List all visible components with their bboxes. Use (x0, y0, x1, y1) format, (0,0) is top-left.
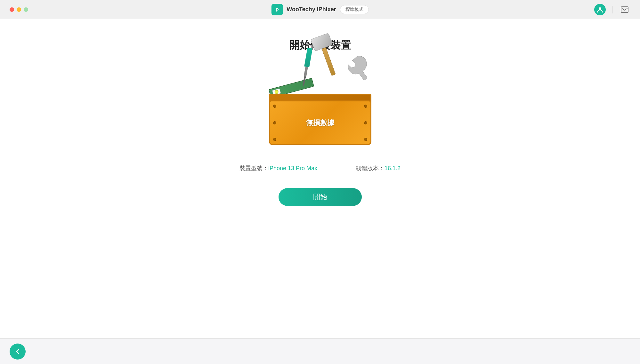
firmware-value: 16.1.2 (385, 165, 401, 171)
screw-tr (364, 105, 367, 108)
wrench-tool (339, 53, 371, 86)
screw-tl (273, 105, 276, 108)
maximize-button[interactable] (24, 7, 28, 12)
device-value: iPhone 13 Pro Max (268, 165, 317, 171)
start-button[interactable]: 開始 (279, 188, 362, 206)
screw-bl (273, 138, 276, 141)
user-icon-button[interactable] (594, 4, 606, 15)
minimize-button[interactable] (17, 7, 21, 12)
device-info-section: 裝置型號：iPhone 13 Pro Max 韌體版本：16.1.2 (239, 164, 401, 172)
screw-br (364, 138, 367, 141)
toolbox-illustration: 無損數據 (256, 68, 384, 145)
titlebar-right (594, 4, 630, 15)
device-label: 裝置型號： (239, 165, 268, 171)
firmware-item: 韌體版本：16.1.2 (356, 164, 401, 172)
footer-bar (0, 338, 640, 364)
firmware-label: 韌體版本： (356, 165, 385, 171)
toolbox-body: 無損數據 (269, 100, 371, 145)
mode-badge[interactable]: 標準模式 (340, 5, 369, 14)
back-button[interactable] (10, 344, 26, 360)
screw-mr (364, 121, 367, 124)
divider (612, 6, 612, 13)
screw-ml (273, 121, 276, 124)
titlebar-left (10, 7, 28, 12)
window-controls (10, 7, 28, 12)
svg-point-2 (599, 7, 601, 10)
main-content: 開始修復裝置 (0, 19, 640, 338)
app-title: WooTechy iPhixer (287, 6, 336, 13)
tools-area (266, 57, 375, 96)
device-model-item: 裝置型號：iPhone 13 Pro Max (239, 164, 317, 172)
titlebar: P WooTechy iPhixer 標準模式 (0, 0, 640, 19)
titlebar-center: P WooTechy iPhixer 標準模式 (271, 4, 369, 15)
close-button[interactable] (10, 7, 14, 12)
mail-icon-button[interactable] (619, 4, 630, 15)
svg-text:P: P (276, 7, 279, 12)
svg-rect-3 (621, 7, 628, 12)
app-logo: P (271, 4, 283, 15)
toolbox-label: 無損數據 (306, 118, 334, 128)
